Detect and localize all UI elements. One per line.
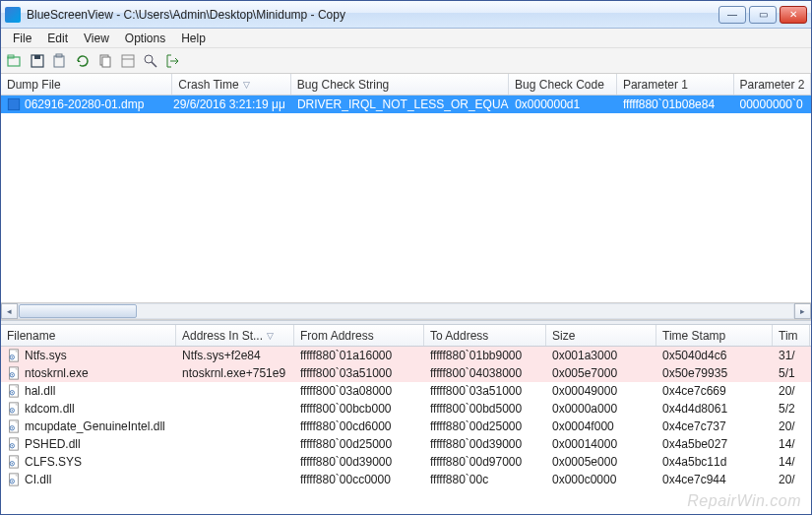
cell-from-address: fffff800`00bcb000 bbox=[294, 401, 424, 417]
cell-to-address: fffff800`00bd5000 bbox=[424, 401, 546, 417]
col-parameter-1[interactable]: Parameter 1 bbox=[617, 74, 734, 95]
col-bug-check-string[interactable]: Bug Check String bbox=[291, 74, 509, 95]
cell-filename: CLFS.SYS bbox=[1, 454, 176, 470]
cell-size: 0x00049000 bbox=[546, 383, 656, 399]
cell-timestamp: 0x50e79935 bbox=[656, 365, 773, 381]
cell-from-address: fffff800`03a08000 bbox=[294, 383, 424, 399]
module-row[interactable]: mcupdate_GenuineIntel.dllfffff880`00cd60… bbox=[1, 418, 811, 435]
cell-to-address: fffff880`01bb9000 bbox=[424, 348, 546, 363]
cell-from-address: fffff880`00cc0000 bbox=[294, 472, 424, 487]
toolbar bbox=[1, 48, 811, 74]
cell-bug-check-code: 0x000000d1 bbox=[509, 97, 617, 112]
cell-tim: 14/ bbox=[773, 436, 810, 452]
col-filename[interactable]: Filename bbox=[1, 325, 176, 346]
save-icon[interactable] bbox=[28, 51, 47, 71]
module-row[interactable]: CLFS.SYSfffff880`00d39000fffff880`00d970… bbox=[1, 453, 811, 471]
module-row[interactable]: kdcom.dllfffff800`00bcb000fffff800`00bd5… bbox=[1, 400, 811, 418]
maximize-button[interactable]: ▭ bbox=[749, 6, 777, 24]
col-bug-check-code[interactable]: Bug Check Code bbox=[509, 74, 617, 95]
svg-point-16 bbox=[12, 356, 13, 357]
cell-size: 0x00014000 bbox=[546, 436, 656, 452]
cell-param1: fffff880`01b08e84 bbox=[617, 97, 734, 112]
cell-address-in-stack: ntoskrnl.exe+751e9 bbox=[176, 365, 294, 381]
cell-address-in-stack bbox=[176, 408, 294, 410]
module-row[interactable]: hal.dllfffff800`03a08000fffff800`03a5100… bbox=[1, 382, 811, 400]
cell-size: 0x0000a000 bbox=[546, 401, 656, 417]
cell-to-address: fffff880`00d39000 bbox=[424, 436, 546, 452]
cell-timestamp: 0x4ce7c737 bbox=[656, 418, 773, 434]
module-row[interactable]: Ntfs.sysNtfs.sys+f2e84fffff880`01a16000f… bbox=[1, 347, 811, 364]
col-time-stamp[interactable]: Time Stamp bbox=[656, 325, 773, 346]
scroll-thumb[interactable] bbox=[19, 304, 137, 318]
window-title: BlueScreenView - C:\Users\Admin\Desktop\… bbox=[27, 8, 718, 22]
dump-list-pane: Dump File Crash Time▽ Bug Check String B… bbox=[1, 74, 811, 320]
module-row[interactable]: CI.dllfffff880`00cc0000fffff880`00c0x000… bbox=[1, 471, 811, 488]
cell-from-address: fffff880`00d25000 bbox=[294, 436, 424, 452]
cell-tim: 31/ bbox=[773, 348, 810, 363]
svg-rect-7 bbox=[102, 57, 110, 67]
cell-from-address: fffff880`00d39000 bbox=[294, 454, 424, 470]
find-icon[interactable] bbox=[141, 51, 160, 71]
cell-dump-file: 062916-20280-01.dmp bbox=[1, 97, 172, 112]
copy-icon[interactable] bbox=[95, 51, 115, 71]
upper-hscrollbar[interactable]: ◂ ▸ bbox=[1, 302, 811, 320]
svg-rect-13 bbox=[9, 99, 20, 110]
svg-point-37 bbox=[12, 481, 13, 482]
svg-point-31 bbox=[12, 445, 13, 446]
svg-point-22 bbox=[12, 392, 13, 393]
cell-param2: 00000000`0 bbox=[734, 97, 811, 112]
svg-line-11 bbox=[152, 62, 156, 67]
menu-file[interactable]: File bbox=[5, 30, 39, 47]
cell-to-address: fffff800`03a51000 bbox=[424, 383, 546, 399]
cell-filename: ntoskrnl.exe bbox=[1, 365, 176, 381]
cell-filename: CI.dll bbox=[1, 472, 176, 487]
cell-size: 0x0005e000 bbox=[546, 454, 656, 470]
exit-icon[interactable] bbox=[163, 51, 183, 71]
col-from-address[interactable]: From Address bbox=[294, 325, 424, 346]
module-row[interactable]: ntoskrnl.exentoskrnl.exe+751e9fffff800`0… bbox=[1, 364, 811, 382]
scroll-left-button[interactable]: ◂ bbox=[1, 303, 18, 319]
cell-timestamp: 0x4a5be027 bbox=[656, 436, 773, 452]
svg-point-19 bbox=[12, 374, 13, 375]
open-icon[interactable] bbox=[5, 51, 25, 71]
menu-edit[interactable]: Edit bbox=[39, 30, 76, 47]
svg-rect-8 bbox=[122, 55, 134, 67]
cell-address-in-stack: Ntfs.sys+f2e84 bbox=[176, 348, 294, 363]
cell-size: 0x000c0000 bbox=[546, 472, 656, 487]
cell-tim: 20/ bbox=[773, 418, 810, 434]
col-crash-time[interactable]: Crash Time▽ bbox=[172, 74, 291, 95]
close-button[interactable]: ✕ bbox=[780, 6, 807, 24]
col-tim[interactable]: Tim bbox=[773, 325, 810, 346]
cell-address-in-stack bbox=[176, 443, 294, 445]
module-row[interactable]: PSHED.dllfffff880`00d25000fffff880`00d39… bbox=[1, 435, 811, 453]
menu-view[interactable]: View bbox=[76, 30, 117, 47]
scroll-right-button[interactable]: ▸ bbox=[794, 303, 811, 319]
menu-options[interactable]: Options bbox=[117, 30, 173, 47]
cell-timestamp: 0x4d4d8061 bbox=[656, 401, 773, 417]
title-bar: BlueScreenView - C:\Users\Admin\Desktop\… bbox=[1, 1, 811, 29]
col-size[interactable]: Size bbox=[546, 325, 656, 346]
col-address-in-stack[interactable]: Address In St...▽ bbox=[176, 325, 294, 346]
col-parameter-2[interactable]: Parameter 2 bbox=[734, 74, 812, 95]
svg-rect-3 bbox=[34, 55, 40, 59]
col-dump-file[interactable]: Dump File bbox=[1, 74, 172, 95]
scroll-track[interactable] bbox=[18, 303, 794, 319]
cell-tim: 14/ bbox=[773, 454, 810, 470]
watermark: RepairWin.com bbox=[687, 492, 801, 510]
cell-from-address: fffff800`03a51000 bbox=[294, 365, 424, 381]
cell-size: 0x005e7000 bbox=[546, 365, 656, 381]
properties-icon[interactable] bbox=[50, 51, 70, 71]
menu-help[interactable]: Help bbox=[173, 30, 214, 47]
cell-from-address: fffff880`01a16000 bbox=[294, 348, 424, 363]
menu-bar: File Edit View Options Help bbox=[1, 29, 811, 48]
dump-columns-header: Dump File Crash Time▽ Bug Check String B… bbox=[1, 74, 811, 96]
minimize-button[interactable]: — bbox=[718, 6, 746, 24]
dump-row[interactable]: 062916-20280-01.dmp29/6/2016 3:21:19 μμD… bbox=[1, 96, 811, 113]
col-crash-time-label: Crash Time bbox=[178, 78, 238, 92]
cell-tim: 20/ bbox=[773, 472, 810, 487]
svg-rect-4 bbox=[54, 56, 64, 67]
col-to-address[interactable]: To Address bbox=[424, 325, 546, 346]
cell-bug-check-string: DRIVER_IRQL_NOT_LESS_OR_EQUAL bbox=[291, 97, 509, 112]
refresh-icon[interactable] bbox=[73, 51, 93, 71]
options-icon[interactable] bbox=[118, 51, 138, 71]
